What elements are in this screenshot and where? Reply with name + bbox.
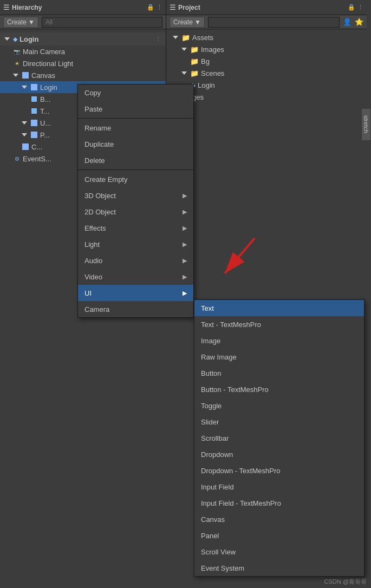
submenu-input-field-meshpro[interactable]: Input Field - TextMeshPro bbox=[194, 495, 364, 511]
context-menu-effects[interactable]: Effects ▶ bbox=[78, 220, 193, 236]
arrow-2d: ▶ bbox=[183, 208, 187, 215]
hierarchy-item-canvas[interactable]: Canvas bbox=[0, 69, 166, 81]
submenu-button[interactable]: Button bbox=[194, 365, 364, 381]
scene-icon: ◆ bbox=[13, 36, 17, 43]
context-menu-duplicate[interactable]: Duplicate bbox=[78, 136, 193, 152]
project-folder-login[interactable]: ◆ Login bbox=[171, 79, 362, 91]
submenu-scrollbar[interactable]: Scrollbar bbox=[194, 430, 364, 446]
stretch-label: stretch bbox=[361, 108, 371, 141]
project-toolbar: Create ▼ 👤 ⭐ bbox=[166, 15, 367, 29]
hierarchy-search-input[interactable] bbox=[42, 17, 162, 28]
context-menu-delete[interactable]: Delete bbox=[78, 152, 193, 168]
svg-line-1 bbox=[225, 238, 255, 273]
arrow-video: ▶ bbox=[183, 273, 187, 280]
submenu-dropdown-meshpro[interactable]: Dropdown - TextMeshPro bbox=[194, 462, 364, 479]
canvas-expand-icon bbox=[13, 74, 18, 77]
project-folder-scenes[interactable]: 📁 Scenes bbox=[171, 67, 362, 79]
project-panel: ☰ Project 🔒 ⋮ Create ▼ 👤 ⭐ 📁 Assets 📁 Im… bbox=[166, 0, 367, 265]
context-menu-3d-object[interactable]: 3D Object ▶ bbox=[78, 187, 193, 204]
context-menu-2d-object[interactable]: 2D Object ▶ bbox=[78, 204, 193, 220]
project-folder-bg[interactable]: 📁 Bg bbox=[171, 55, 362, 67]
hierarchy-toolbar: Create ▼ bbox=[0, 15, 166, 29]
images-folder-icon: 📁 bbox=[190, 45, 199, 54]
project-icon-btn2[interactable]: ⭐ bbox=[355, 18, 363, 26]
submenu-slider[interactable]: Slider bbox=[194, 414, 364, 430]
login-expand-icon bbox=[22, 86, 27, 89]
hierarchy-lock-icon[interactable]: 🔒 bbox=[147, 4, 154, 11]
context-menu-audio[interactable]: Audio ▶ bbox=[78, 252, 193, 269]
canvas-label: Canvas bbox=[31, 71, 55, 80]
submenu-image[interactable]: Image bbox=[194, 332, 364, 349]
b-icon bbox=[30, 95, 38, 103]
submenu-text[interactable]: Text bbox=[194, 300, 364, 316]
u-label: U... bbox=[40, 119, 51, 127]
arrow-effects: ▶ bbox=[183, 225, 187, 232]
camera-icon: 📷 bbox=[13, 48, 21, 55]
p-label: P... bbox=[40, 131, 50, 139]
project-header: ☰ Project 🔒 ⋮ bbox=[166, 0, 367, 15]
scenes-label: Scenes bbox=[201, 69, 224, 77]
context-menu-rename[interactable]: Rename bbox=[78, 120, 193, 136]
project-menu-icon[interactable]: ☰ bbox=[170, 3, 176, 11]
project-icon-btn1[interactable]: 👤 bbox=[343, 18, 352, 26]
scene-header[interactable]: ◆ Login ⋮ bbox=[0, 32, 166, 45]
context-menu-paste[interactable]: Paste bbox=[78, 101, 193, 117]
context-menu-ui[interactable]: UI ▶ bbox=[78, 285, 193, 301]
submenu-event-system[interactable]: Event System bbox=[194, 560, 364, 576]
hierarchy-menu-icon[interactable]: ☰ bbox=[3, 3, 10, 11]
arrow-ui: ▶ bbox=[183, 290, 187, 297]
context-menu-copy[interactable]: Copy bbox=[78, 84, 193, 101]
submenu-scroll-view[interactable]: Scroll View bbox=[194, 544, 364, 560]
assets-expand-icon bbox=[173, 36, 178, 39]
submenu-panel[interactable]: Panel bbox=[194, 527, 364, 544]
hierarchy-title: Hierarchy bbox=[12, 4, 42, 11]
red-arrow-indicator bbox=[206, 227, 271, 292]
submenu-input-field[interactable]: Input Field bbox=[194, 479, 364, 495]
project-more-icon[interactable]: ⋮ bbox=[357, 4, 363, 11]
u-icon bbox=[30, 119, 38, 127]
project-folder-assets[interactable]: 📁 Assets bbox=[171, 31, 362, 43]
project-folder-images[interactable]: 📁 Images bbox=[171, 43, 362, 55]
context-menu-create-empty[interactable]: Create Empty bbox=[78, 171, 193, 187]
scenes-folder-icon: 📁 bbox=[190, 69, 199, 77]
p-icon bbox=[30, 131, 38, 139]
submenu-text-meshpro[interactable]: Text - TextMeshPro bbox=[194, 316, 364, 332]
project-search-input[interactable] bbox=[208, 17, 340, 28]
submenu-dropdown[interactable]: Dropdown bbox=[194, 446, 364, 462]
main-camera-label: Main Camera bbox=[23, 48, 65, 56]
project-lock-icon[interactable]: 🔒 bbox=[348, 4, 355, 11]
submenu-toggle[interactable]: Toggle bbox=[194, 397, 364, 414]
hierarchy-item-directional-light[interactable]: ☀ Directional Light bbox=[0, 57, 166, 69]
context-menu-light[interactable]: Light ▶ bbox=[78, 236, 193, 252]
arrow-3d: ▶ bbox=[183, 192, 187, 199]
scene-name: Login bbox=[19, 35, 38, 43]
project-folder-packages[interactable]: Packages bbox=[171, 91, 362, 103]
c-label: C... bbox=[31, 143, 42, 151]
u-expand-icon bbox=[22, 121, 27, 125]
submenu-ui: Text Text - TextMeshPro Image Raw Image … bbox=[194, 299, 365, 577]
c-icon bbox=[22, 143, 29, 151]
scene-expand-icon bbox=[4, 37, 10, 41]
images-label: Images bbox=[201, 45, 224, 54]
bottom-bar-label: CSDN @青哥哥 bbox=[324, 578, 367, 585]
canvas-icon bbox=[22, 71, 29, 79]
assets-folder-icon: 📁 bbox=[181, 34, 190, 42]
project-create-button[interactable]: Create ▼ bbox=[170, 17, 205, 28]
context-menu-video[interactable]: Video ▶ bbox=[78, 269, 193, 285]
submenu-button-meshpro[interactable]: Button - TextMeshPro bbox=[194, 381, 364, 397]
events-label: EventS... bbox=[23, 155, 51, 163]
bg-folder-icon: 📁 bbox=[190, 57, 199, 66]
images-expand-icon bbox=[181, 48, 187, 51]
hierarchy-item-main-camera[interactable]: 📷 Main Camera bbox=[0, 45, 166, 57]
arrow-audio: ▶ bbox=[183, 257, 187, 264]
login-scene-label: Login bbox=[198, 81, 215, 89]
assets-label: Assets bbox=[192, 34, 213, 42]
submenu-canvas[interactable]: Canvas bbox=[194, 511, 364, 527]
bottom-bar: CSDN @青哥哥 bbox=[320, 576, 371, 588]
events-icon: ⚙ bbox=[13, 155, 21, 162]
hierarchy-more-icon[interactable]: ⋮ bbox=[157, 4, 162, 11]
hierarchy-create-button[interactable]: Create ▼ bbox=[3, 17, 38, 28]
submenu-raw-image[interactable]: Raw Image bbox=[194, 349, 364, 365]
scene-dots-icon: ⋮ bbox=[155, 36, 161, 43]
context-menu-camera[interactable]: Camera bbox=[78, 301, 193, 317]
